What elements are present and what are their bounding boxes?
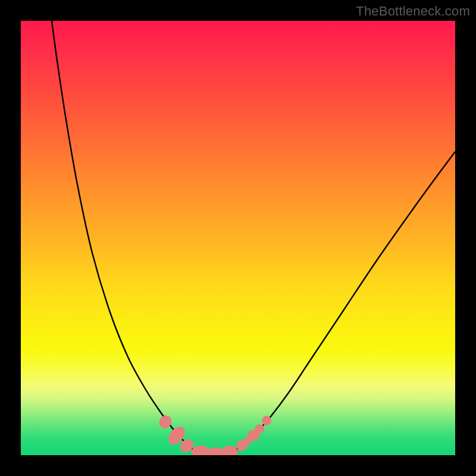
plot-area [21, 21, 455, 455]
chart-frame: TheBottleneck.com [0, 0, 476, 476]
curve-marker [205, 447, 226, 455]
bottleneck-curve-svg [21, 21, 455, 455]
watermark-text: TheBottleneck.com [356, 4, 470, 19]
curve-markers [156, 413, 271, 455]
curve-marker [255, 424, 264, 434]
bottleneck-curve-path [52, 21, 455, 454]
curve-marker [262, 416, 271, 425]
